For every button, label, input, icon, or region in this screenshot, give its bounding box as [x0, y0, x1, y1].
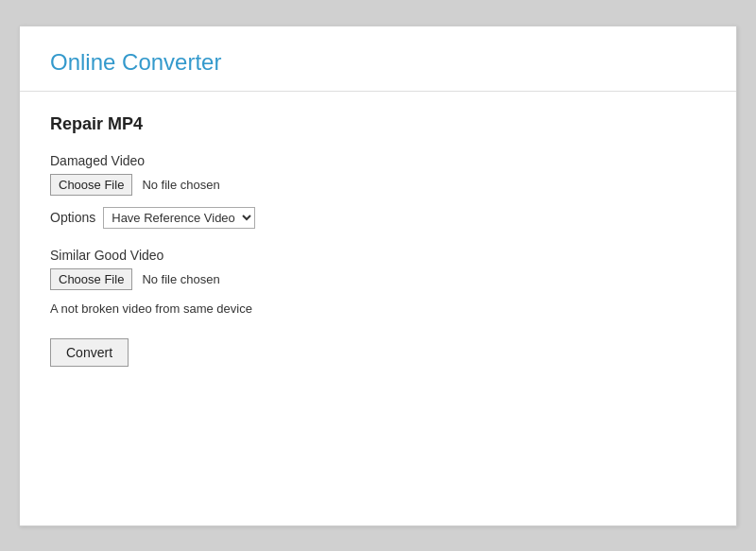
main-window: Online Converter Repair MP4 Damaged Vide… [19, 26, 737, 526]
damaged-video-section: Damaged Video Choose File No file chosen [50, 153, 706, 196]
app-title: Online Converter [50, 49, 706, 76]
damaged-video-label: Damaged Video [50, 153, 706, 168]
damaged-video-no-file-text: No file chosen [142, 178, 219, 192]
options-row: Options Have Reference Video [50, 207, 706, 229]
convert-button[interactable]: Convert [50, 338, 129, 367]
similar-good-video-no-file-text: No file chosen [142, 272, 219, 286]
page-title: Repair MP4 [50, 114, 706, 134]
options-label: Options [50, 210, 95, 225]
similar-good-video-hint: A not broken video from same device [50, 301, 706, 316]
similar-good-video-section: Similar Good Video Choose File No file c… [50, 248, 706, 316]
header: Online Converter [20, 26, 736, 92]
similar-good-video-label: Similar Good Video [50, 248, 706, 263]
options-select[interactable]: Have Reference Video [103, 207, 255, 229]
similar-good-video-file-row: Choose File No file chosen [50, 268, 706, 290]
damaged-video-choose-file-button[interactable]: Choose File [50, 174, 132, 196]
damaged-video-file-row: Choose File No file chosen [50, 174, 706, 196]
similar-good-video-choose-file-button[interactable]: Choose File [50, 268, 132, 290]
content-area: Repair MP4 Damaged Video Choose File No … [20, 92, 736, 397]
